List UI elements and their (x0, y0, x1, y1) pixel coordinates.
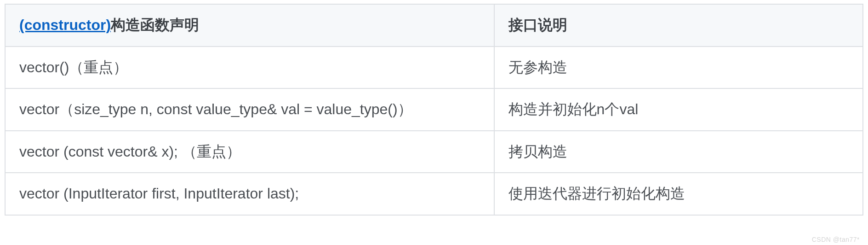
table-header-row: (constructor)构造函数声明 接口说明 (5, 4, 863, 47)
constructor-link[interactable]: (constructor) (19, 17, 111, 33)
cell-description: 使用迭代器进行初始化构造 (494, 173, 863, 215)
header-constructor: (constructor)构造函数声明 (5, 4, 494, 47)
cell-declaration: vector (InputIterator first, InputIterat… (5, 173, 494, 215)
constructor-table: (constructor)构造函数声明 接口说明 vector()（重点） 无参… (5, 4, 863, 216)
cell-declaration: vector（size_type n, const value_type& va… (5, 88, 494, 131)
cell-description: 构造并初始化n个val (494, 88, 863, 131)
cell-description: 无参构造 (494, 47, 863, 89)
watermark: CSDN @tan77* (812, 236, 860, 243)
cell-declaration: vector (const vector& x); （重点） (5, 131, 494, 173)
table-row: vector()（重点） 无参构造 (5, 47, 863, 89)
cell-declaration: vector()（重点） (5, 47, 494, 89)
table-row: vector（size_type n, const value_type& va… (5, 88, 863, 131)
table-row: vector (const vector& x); （重点） 拷贝构造 (5, 131, 863, 173)
table-row: vector (InputIterator first, InputIterat… (5, 173, 863, 215)
cell-description: 拷贝构造 (494, 131, 863, 173)
header-description: 接口说明 (494, 4, 863, 47)
header-constructor-suffix: 构造函数声明 (111, 17, 199, 33)
